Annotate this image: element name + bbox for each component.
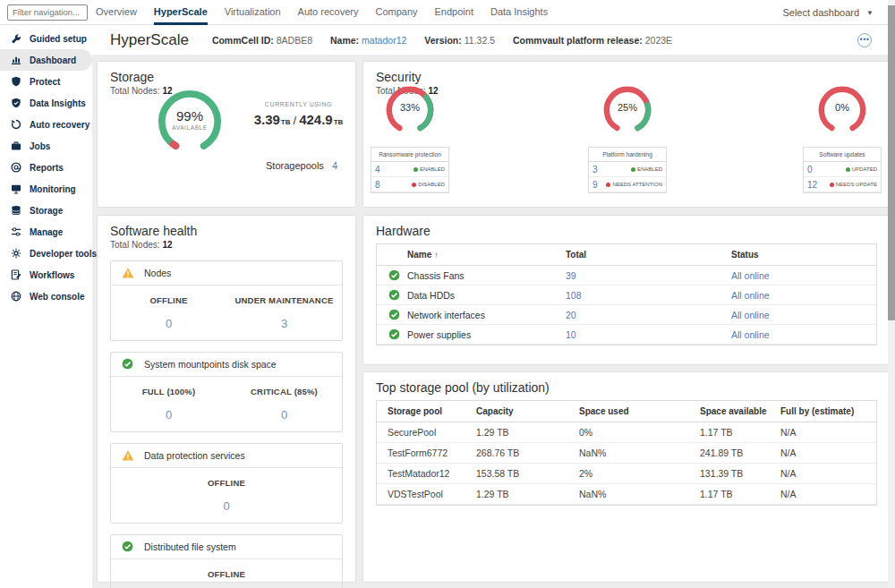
ok-icon — [377, 269, 407, 281]
sidebar-item[interactable]: Guided setup — [0, 28, 92, 49]
total-link[interactable]: 39 — [566, 270, 731, 281]
sidebar-navigation: Guided setup Dashboard Protect Data Insi… — [0, 25, 92, 588]
security-card-title: Security — [363, 62, 890, 84]
health-metric: FULL (100%) 0 — [111, 387, 226, 422]
ok-icon — [377, 309, 407, 320]
sidebar-item[interactable]: Jobs — [0, 135, 92, 157]
jobs-icon — [10, 141, 21, 152]
storage-pool-table: Storage pool Capacity Space used Space a… — [376, 400, 877, 506]
currently-using-value: 3.39TB/424.9TB — [243, 112, 354, 128]
hardware-card: Hardware Name↑ Total Status Chassis Fans… — [362, 215, 891, 365]
warning-icon — [122, 267, 134, 279]
dashboard-tabs: Overview HyperScale Virtualization Auto … — [96, 0, 548, 25]
data-insights-icon — [10, 98, 21, 109]
storage-icon — [10, 205, 21, 217]
health-metric: OFFLINE 0 — [111, 569, 342, 588]
ok-icon — [377, 328, 407, 340]
status-dot-icon — [631, 167, 635, 172]
column-header-total[interactable]: Total — [566, 250, 731, 260]
count-link[interactable]: 9 — [592, 180, 598, 190]
mountpoints-section: System mountpoints disk space FULL (100%… — [110, 352, 343, 432]
dashboard-tab[interactable]: Virtualization — [225, 0, 281, 25]
sidebar-item[interactable]: Data Insights — [0, 92, 92, 114]
hardware-row: Network interfaces 20 All online — [377, 305, 876, 325]
security-status-row: 9 NEEDS ATTENTION — [589, 177, 666, 192]
platform-hardening-table: Platform hardening 3 ENABLED 9 NEEDS ATT… — [588, 147, 667, 193]
software-health-title: Software health — [98, 216, 355, 238]
filter-navigation-input[interactable] — [7, 4, 88, 21]
sidebar-item[interactable]: Manage — [0, 221, 92, 243]
hardware-row: Chassis Fans 39 All online — [377, 266, 876, 285]
status-link[interactable]: All online — [731, 270, 876, 281]
count-link[interactable]: 0 — [807, 165, 813, 175]
software-updates-column: 0% Software updates 0 UPDATED 12 NEEDS U… — [799, 86, 885, 193]
column-header-full-by[interactable]: Full by (estimate) — [780, 406, 876, 416]
security-status-row: 12 NEEDS UPDATE — [804, 177, 881, 192]
count-link[interactable]: 8 — [375, 180, 380, 190]
dashboard-tab[interactable]: Endpoint — [435, 0, 473, 25]
more-actions-icon[interactable]: ••• — [857, 33, 872, 47]
status-dot-icon — [846, 167, 850, 172]
storage-card: Storage Total Nodes: 12 99% AVAILABLE CU… — [97, 61, 356, 208]
dashboard-tab[interactable]: Auto recovery — [298, 0, 359, 25]
storagepools-count-link[interactable]: 4 — [332, 160, 337, 171]
metric-count-link[interactable]: 3 — [226, 317, 342, 330]
sidebar-item[interactable]: Dashboard — [0, 49, 92, 71]
column-header-available[interactable]: Space available — [700, 406, 780, 416]
select-dashboard-dropdown[interactable]: Select dashboard ▼ — [782, 0, 874, 25]
sidebar-item[interactable]: Auto recovery — [0, 114, 92, 135]
dashboard-tab[interactable]: Company — [375, 0, 417, 25]
warning-icon — [122, 449, 134, 462]
chevron-down-icon: ▼ — [866, 9, 874, 17]
currently-using-label: CURRENTLY USING — [243, 101, 354, 107]
sidebar-item[interactable]: Storage — [0, 200, 92, 221]
sidebar-item[interactable]: Monitoring — [0, 178, 92, 200]
ok-icon — [122, 358, 134, 371]
commcell-meta: CommCell ID:8ADBE8 Name:matador12 Versio… — [212, 35, 672, 46]
total-link[interactable]: 108 — [566, 290, 731, 301]
metric-count-link[interactable]: 0 — [111, 408, 226, 422]
web-console-icon — [10, 291, 21, 303]
dashboard-tab[interactable]: Overview — [96, 0, 137, 25]
storage-pool-row: TestMatador12 153.58 TB 2% 131.39 TB N/A — [377, 464, 876, 484]
count-link[interactable]: 4 — [375, 165, 380, 175]
metric-count-link[interactable]: 0 — [111, 317, 226, 330]
status-link[interactable]: All online — [731, 329, 876, 340]
column-header-status[interactable]: Status — [731, 250, 876, 260]
total-link[interactable]: 10 — [566, 329, 731, 340]
status-dot-icon — [830, 183, 834, 187]
status-link[interactable]: All online — [731, 290, 876, 301]
health-metric: OFFLINE 0 — [111, 295, 226, 330]
metric-count-link[interactable]: 0 — [111, 499, 342, 513]
sidebar-item[interactable]: Protect — [0, 71, 92, 92]
count-link[interactable]: 12 — [807, 180, 817, 190]
hardware-row: Power supplies 10 All online — [377, 325, 876, 345]
sidebar-item[interactable]: Web console — [0, 285, 92, 307]
dashboard-tab[interactable]: Data Insights — [490, 0, 548, 25]
sidebar-item[interactable]: Workflows — [0, 264, 92, 285]
storage-available-percent: 99% — [176, 108, 203, 124]
status-link[interactable]: All online — [731, 310, 876, 320]
status-dot-icon — [606, 183, 610, 187]
metric-count-link[interactable]: 0 — [226, 408, 342, 422]
nodes-section: Nodes OFFLINE 0 UNDER MAINTENANCE 3 — [110, 260, 343, 341]
column-header-capacity[interactable]: Capacity — [476, 406, 579, 416]
platform-hardening-gauge: 25% — [601, 86, 653, 134]
ransomware-protection-gauge: 33% — [384, 86, 436, 134]
column-header-pool[interactable]: Storage pool — [377, 406, 476, 416]
count-link[interactable]: 3 — [592, 165, 598, 175]
distributed-fs-section: Distributed file system OFFLINE 0 — [110, 534, 343, 588]
total-link[interactable]: 20 — [566, 310, 731, 320]
monitoring-icon — [10, 183, 21, 195]
column-header-name[interactable]: Name↑ — [407, 250, 566, 260]
guided-setup-icon — [10, 33, 21, 45]
column-header-used[interactable]: Space used — [579, 406, 700, 416]
meta-item: Name:matador12 — [330, 35, 406, 46]
sidebar-item[interactable]: Reports — [0, 157, 92, 178]
storage-pool-row: VDSTestPool 1.29 TB NaN% 1.17 TB N/A — [377, 484, 876, 505]
scrollbar-thumb[interactable] — [888, 5, 895, 320]
software-updates-table: Software updates 0 UPDATED 12 NEEDS UPDA… — [803, 147, 882, 193]
ransomware-protection-column: 33% Ransomware protection 4 ENABLED 8 DI… — [367, 86, 453, 193]
sidebar-item[interactable]: Developer tools — [0, 243, 92, 264]
dashboard-tab[interactable]: HyperScale — [154, 0, 208, 25]
